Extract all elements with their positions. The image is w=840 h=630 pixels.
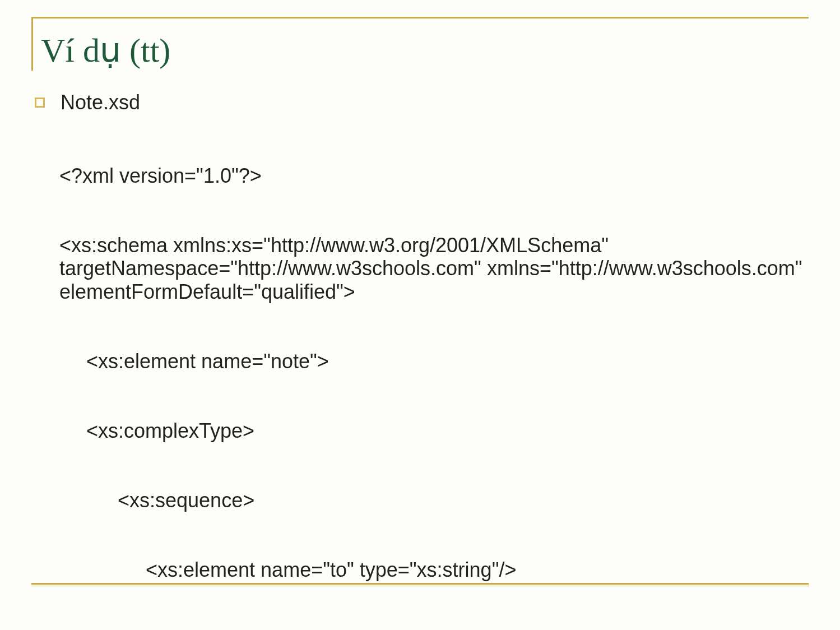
footer-rule [31,583,809,586]
title-border: Ví dụ (tt) [31,17,809,71]
code-line: <xs:element name="note"> [59,350,809,373]
code-block: <?xml version="1.0"?> <xs:schema xmlns:x… [35,118,809,630]
slide-content: Note.xsd <?xml version="1.0"?> <xs:schem… [31,91,809,630]
code-line: <xs:element name="to" type="xs:string"/> [59,558,809,581]
slide-container: Ví dụ (tt) Note.xsd <?xml version="1.0"?… [31,17,809,574]
bullet-label: Note.xsd [61,91,140,114]
code-line: <xs:element name="from" type="xs:string"… [59,628,809,630]
bullet-item: Note.xsd [35,91,809,114]
code-line: <xs:schema xmlns:xs="http://www.w3.org/2… [59,234,809,303]
code-line: <?xml version="1.0"?> [59,164,809,187]
code-line: <xs:complexType> [59,419,809,442]
square-bullet-icon [35,98,45,108]
slide-title: Ví dụ (tt) [41,34,170,71]
code-line: <xs:sequence> [59,489,809,512]
